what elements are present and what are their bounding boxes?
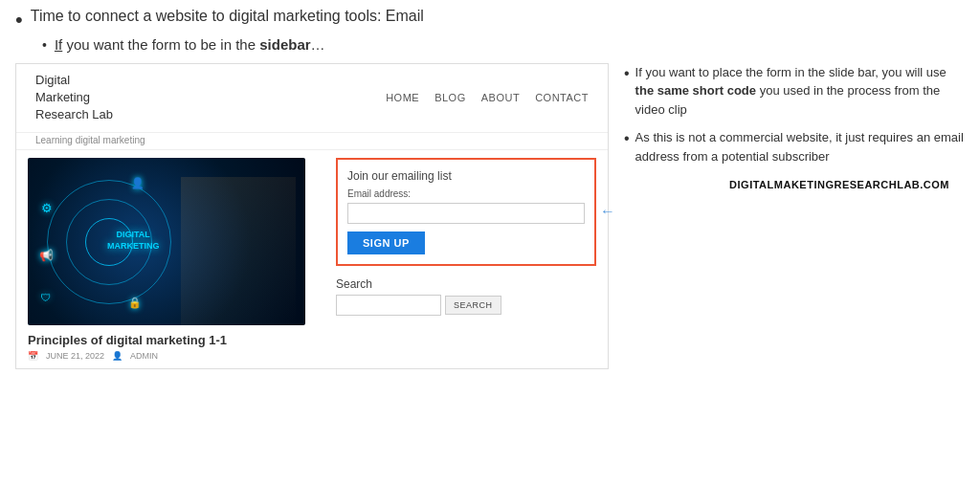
dm-center-label: DIGITALMARKETING	[107, 230, 160, 252]
icon-person: 👤	[131, 177, 145, 189]
site-body: ⚙ 📢 🛡 👤 🔒 DIGITALMARKETING Principles of…	[16, 150, 608, 368]
logo-line1: Digital	[35, 72, 113, 89]
search-input[interactable]	[336, 295, 441, 316]
arrow-indicator: ←	[600, 203, 615, 220]
bullet-sub-middle: you want the form to be in the	[62, 36, 259, 53]
icon-speaker: 📢	[39, 249, 54, 262]
bullet-dot-sub: •	[42, 36, 47, 55]
post-meta: 📅 JUNE 21, 2022 👤 ADMIN	[28, 351, 324, 361]
site-header: Digital Marketing Research Lab HOME BLOG…	[16, 64, 608, 133]
icon-shield: 🛡	[40, 292, 51, 303]
widget-title: Join our emailing list	[347, 169, 585, 183]
bullet-sub-text: If you want the form to be in the sideba…	[55, 36, 325, 53]
site-tagline: Learning digital marketing	[16, 133, 608, 150]
top-annotations: • Time to connect a website to digital m…	[0, 0, 980, 59]
site-nav: HOME BLOG ABOUT CONTACT	[386, 92, 589, 103]
site-left: ⚙ 📢 🛡 👤 🔒 DIGITALMARKETING Principles of…	[28, 158, 324, 361]
right-bullet-2-text: As this is not a commercial website, it …	[635, 128, 965, 165]
bullet-sub-suffix: …	[311, 36, 325, 53]
post-title: Principles of digital marketing 1-1	[28, 333, 324, 347]
bullet-main: • Time to connect a website to digital m…	[15, 8, 965, 33]
email-label: Email address:	[347, 188, 585, 199]
right-bullet-1-text: If you want to place the form in the sli…	[635, 63, 965, 120]
watermark: DIGITALMAKETINGRESEARCHLAB.COM	[624, 175, 965, 190]
icon-gear: ⚙	[41, 201, 53, 215]
icon-lock: 🔒	[128, 297, 142, 309]
user-icon: 👤	[112, 351, 122, 361]
site-image: ⚙ 📢 🛡 👤 🔒 DIGITALMARKETING	[28, 158, 305, 325]
main-layout: Digital Marketing Research Lab HOME BLOG…	[0, 59, 980, 369]
right-annotations: If you want to place the form in the sli…	[609, 59, 980, 369]
nav-about[interactable]: ABOUT	[481, 92, 520, 103]
website-preview: Digital Marketing Research Lab HOME BLOG…	[15, 63, 609, 369]
sign-up-button[interactable]: SIGN UP	[347, 231, 425, 254]
bullet-dot-main: •	[15, 8, 23, 33]
bullet-main-text: Time to connect a website to digital mar…	[31, 8, 424, 25]
site-logo: Digital Marketing Research Lab	[35, 72, 113, 124]
bullet-sub-bold: sidebar	[259, 36, 310, 53]
search-row: SEARCH	[336, 295, 596, 316]
nav-blog[interactable]: BLOG	[434, 92, 466, 103]
logo-line2: Marketing	[35, 89, 113, 106]
logo-line3: Research Lab	[35, 106, 113, 123]
hand-overlay	[181, 177, 296, 325]
email-input[interactable]	[347, 203, 585, 224]
site-right: Join our emailing list Email address: SI…	[336, 158, 596, 361]
right-bullet-1: If you want to place the form in the sli…	[624, 63, 965, 120]
nav-home[interactable]: HOME	[386, 92, 419, 103]
email-widget: Join our emailing list Email address: SI…	[336, 158, 596, 266]
post-date: JUNE 21, 2022	[46, 351, 104, 361]
post-author: ADMIN	[130, 351, 158, 361]
right-bullet-1-bold: the same short code	[635, 83, 756, 98]
nav-contact[interactable]: CONTACT	[535, 92, 589, 103]
right-bullet-2: As this is not a commercial website, it …	[624, 128, 965, 165]
search-button[interactable]: SEARCH	[445, 296, 501, 315]
bullet-sub-if: If	[55, 36, 62, 53]
right-bullet-list: If you want to place the form in the sli…	[624, 63, 965, 166]
calendar-icon: 📅	[28, 351, 38, 361]
search-label: Search	[336, 277, 596, 291]
bullet-sub: • If you want the form to be in the side…	[42, 36, 965, 55]
search-widget: Search SEARCH	[336, 277, 596, 316]
